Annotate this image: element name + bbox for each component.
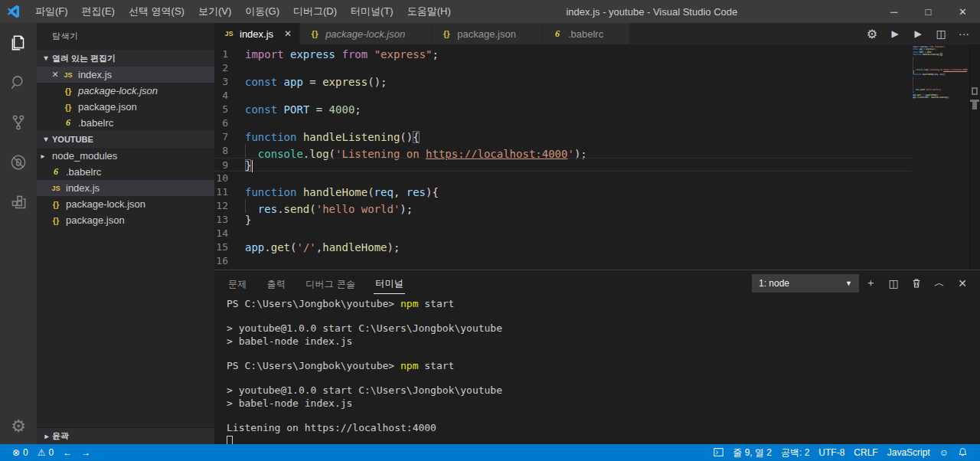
- extensions-icon[interactable]: [0, 182, 37, 222]
- maximize-icon[interactable]: □: [911, 0, 946, 23]
- outline-section[interactable]: ▸ 윤곽: [37, 427, 214, 444]
- kill-terminal-icon[interactable]: [905, 273, 928, 293]
- minimap[interactable]: import express from "express";const app …: [913, 46, 968, 270]
- editor-scrollbar[interactable]: [969, 44, 980, 270]
- code-line: 10: [214, 172, 911, 185]
- settings-gear-icon[interactable]: ⚙: [861, 23, 884, 44]
- javascript-file-icon: JS: [222, 30, 236, 38]
- close-panel-icon[interactable]: ✕: [951, 273, 974, 293]
- terminal-line: > babel-node index.js: [227, 397, 980, 410]
- feedback-smiley-icon[interactable]: ☺: [935, 444, 953, 461]
- terminal-output[interactable]: PS C:\Users\Jongbok\youtube> npm start >…: [214, 296, 980, 444]
- line-number: 15: [214, 240, 245, 254]
- panel-tab-문제[interactable]: 문제: [227, 273, 249, 294]
- chevron-right-icon: ▸: [37, 432, 52, 440]
- overview-marker: [972, 102, 977, 110]
- code-text: }: [245, 159, 253, 171]
- terminal-line: [227, 434, 980, 444]
- status-0[interactable]: ⊗0: [8, 444, 33, 461]
- json-file-icon: {}: [439, 29, 453, 38]
- folder-label: YOUTUBE: [52, 131, 93, 148]
- menu-item-7[interactable]: 도움말(H): [400, 0, 458, 23]
- menu-item-2[interactable]: 선택 영역(S): [122, 0, 191, 23]
- terminal-line: Listening on https://localhost:4000: [227, 422, 980, 434]
- line-number: 8: [214, 144, 245, 158]
- terminal-status-icon: [714, 447, 724, 459]
- menu-item-5[interactable]: 디버그(D): [286, 0, 344, 23]
- line-number: 6: [214, 116, 245, 130]
- status-UTF-8[interactable]: UTF-8: [814, 444, 849, 461]
- tree-item[interactable]: ▸node_modules: [37, 148, 214, 164]
- status-공백-2[interactable]: 공백: 2: [776, 444, 814, 461]
- search-icon[interactable]: [0, 63, 37, 103]
- debug-run-icon[interactable]: ▶: [906, 23, 929, 44]
- code-editor[interactable]: 1import express from "express";23const a…: [214, 44, 980, 270]
- arrow-right-icon: →: [81, 448, 90, 457]
- bell-icon[interactable]: [953, 444, 972, 461]
- terminal-line: [227, 310, 980, 322]
- tree-item[interactable]: JSindex.js: [37, 180, 214, 196]
- tab-package.json[interactable]: {}package.json✕: [432, 23, 543, 44]
- status-줄-9-열-2[interactable]: 줄 9, 열 2: [728, 444, 776, 461]
- title-bar: 파일(F)편집(E)선택 영역(S)보기(V)이동(G)디버그(D)터미널(T)…: [0, 0, 980, 23]
- open-editor-item[interactable]: {}package.json: [37, 99, 214, 115]
- menu-item-1[interactable]: 편집(E): [75, 0, 122, 23]
- minimize-icon[interactable]: ─: [877, 0, 911, 23]
- close-editor-icon[interactable]: ✕: [49, 70, 61, 80]
- panel-tab-디버그 콘솔[interactable]: 디버그 콘솔: [304, 273, 357, 294]
- menu-item-3[interactable]: 보기(V): [191, 0, 238, 23]
- panel-tab-터미널[interactable]: 터미널: [374, 273, 405, 294]
- menu-item-4[interactable]: 이동(G): [238, 0, 286, 23]
- status-label: CRLF: [854, 447, 877, 458]
- code-line: 3const app = express();: [214, 75, 911, 89]
- split-terminal-icon[interactable]: ◫: [882, 273, 905, 293]
- open-editor-item[interactable]: 6.babelrc: [37, 115, 214, 131]
- code-text: function handleListening(){: [245, 130, 420, 144]
- code-text: const PORT = 4000;: [245, 103, 361, 116]
- menu-item-6[interactable]: 터미널(T): [344, 0, 400, 23]
- status-JavaScript[interactable]: JavaScript: [883, 444, 935, 461]
- open-editor-item[interactable]: ✕JSindex.js: [37, 67, 214, 83]
- open-editors-header[interactable]: ▾ 열려 있는 편집기: [37, 50, 214, 67]
- more-actions-icon[interactable]: ···: [952, 23, 975, 44]
- arrow-right-icon[interactable]: →: [77, 444, 95, 461]
- terminal-status-icon[interactable]: [709, 444, 728, 461]
- menu-item-0[interactable]: 파일(F): [28, 0, 75, 23]
- tab-label: .babelrc: [568, 28, 603, 40]
- split-editor-icon[interactable]: ◫: [929, 23, 952, 44]
- line-number: 16: [214, 254, 245, 268]
- tree-item[interactable]: {}package-lock.json: [37, 196, 214, 212]
- maximize-panel-icon[interactable]: ︿: [928, 273, 951, 293]
- new-terminal-icon[interactable]: ＋: [859, 273, 882, 293]
- code-text: res.send('hello world');: [245, 199, 413, 213]
- tree-item[interactable]: 6.babelrc: [37, 164, 214, 180]
- tab-package-lock.json[interactable]: {}package-lock.json✕: [300, 23, 432, 44]
- source-control-icon[interactable]: [0, 103, 37, 142]
- close-icon[interactable]: ✕: [946, 0, 980, 23]
- open-editor-item[interactable]: {}package-lock.json: [37, 83, 214, 99]
- terminal-cursor: [227, 436, 233, 444]
- arrow-left-icon[interactable]: ←: [58, 444, 77, 461]
- overview-marker: [972, 87, 978, 95]
- debug-icon[interactable]: [0, 142, 37, 182]
- text-cursor: [252, 160, 253, 172]
- javascript-file-icon: JS: [61, 71, 75, 79]
- folder-header[interactable]: ▾ YOUTUBE: [37, 131, 214, 148]
- terminal-select[interactable]: 1: node ▼: [752, 274, 859, 293]
- status-label: 0: [49, 447, 54, 458]
- status-0[interactable]: ⚠0: [33, 444, 58, 461]
- manage-gear-icon[interactable]: ⚙: [0, 409, 37, 444]
- line-number: 7: [214, 130, 245, 144]
- open-editors-list: ✕JSindex.js{}package-lock.json{}package.…: [37, 67, 214, 131]
- tab-.babelrc[interactable]: 6.babelrc✕: [543, 23, 630, 44]
- tab-index.js[interactable]: JSindex.js✕: [214, 23, 300, 44]
- terminal-line: > youtube@1.0.0 start C:\Users\Jongbok\y…: [227, 322, 980, 335]
- sidebar-title: 탐색기: [37, 23, 214, 50]
- status-CRLF[interactable]: CRLF: [849, 444, 882, 461]
- tree-item[interactable]: {}package.json: [37, 212, 214, 228]
- explorer-icon[interactable]: [0, 23, 37, 63]
- close-tab-icon[interactable]: ✕: [284, 28, 292, 39]
- run-code-icon[interactable]: ▶: [884, 23, 906, 44]
- panel-tab-출력[interactable]: 출력: [266, 273, 288, 294]
- status-label: UTF-8: [818, 447, 844, 458]
